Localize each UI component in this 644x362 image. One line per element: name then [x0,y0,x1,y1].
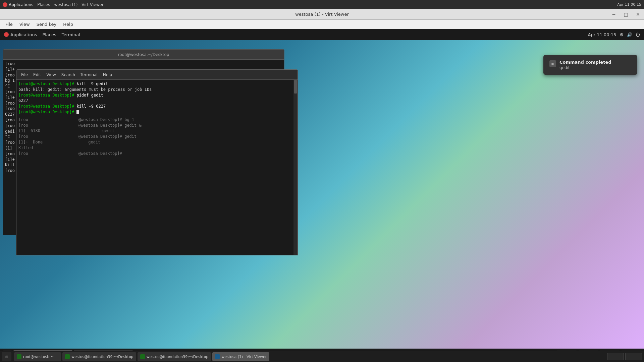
cursor [76,110,79,114]
host-taskbar-label-4: westosa (1) - Virt Viewer [221,355,267,359]
fg-terminal-menubar: File Edit View Search Terminal Help [16,70,298,80]
host-apps-icon[interactable]: ⊞ [2,352,11,361]
term-line-bg6: Killed [18,145,296,151]
maximize-button[interactable]: □ [620,9,632,20]
host-topbar-right: Apr 11 00:15 [617,2,641,7]
menu-view[interactable]: View [17,21,33,28]
vm-places-label[interactable]: Places [42,32,56,37]
vm-gnome-icon [4,32,9,37]
virt-viewer-window: westosa (1) - Virt Viewer ─ □ ✕ File Vie… [0,9,644,362]
host-taskbar-blank-2 [625,353,642,360]
term-line-4: 6227 [18,98,296,104]
terminal-scrollbar[interactable] [293,80,298,255]
host-taskbar-right [607,353,642,360]
term-line-bg4: [roo@westosa Desktop]# gedit [18,134,296,139]
notification-icon: ▣ [549,60,556,67]
fg-terminal-body[interactable]: [root@westosa Desktop]# kill -9 gedit ba… [16,80,298,255]
term-menu-view[interactable]: View [44,72,58,78]
vm-desktop: ▣ Command completed gedit root@westosa:~… [0,40,644,362]
vm-power-icon[interactable]: ⏻ [636,32,640,37]
notification-content: Command completed gedit [559,60,611,70]
host-window-title-text: westosa (1) - Virt Viewer [54,2,103,7]
close-button[interactable]: ✕ [632,9,644,20]
vm-volume-icon[interactable]: 🔊 [627,32,632,37]
window-controls: ─ □ ✕ [608,9,644,19]
bg-terminal-titlebar: root@westosa:~/Desktop [3,50,284,60]
vm-settings-icon[interactable]: ⚙ [620,32,624,37]
host-taskbar-label-2: westos@foundation39:~/Desktop [71,355,133,359]
host-topbar-left: Applications Places westosa (1) - Virt V… [3,2,104,7]
term-line-5: [root@westosa Desktop]# kill -9 6227 [18,104,296,109]
minimize-icon: ─ [612,12,615,17]
term-menu-edit[interactable]: Edit [31,72,43,78]
window-title: westosa (1) - Virt Viewer [295,12,349,17]
vm-display: Applications Places Terminal Apr 11 00:1… [0,29,644,362]
term-menu-terminal[interactable]: Terminal [78,72,100,78]
term-line-2: bash: kill: gedit: arguments must be pro… [18,87,296,93]
term-line-1: [root@westosa Desktop]# kill -9 gedit [18,81,296,87]
window-titlebar: westosa (1) - Virt Viewer ─ □ ✕ [0,9,644,20]
host-taskbar-icon-2 [65,354,70,359]
menu-file[interactable]: File [3,21,15,28]
host-applications-button[interactable]: Applications [3,2,33,7]
host-taskbar-icon-4 [215,354,220,359]
term-menu-file[interactable]: File [19,72,30,78]
term-line-6: [root@westosa Desktop]# [18,109,296,115]
bg-line-1: [roo [5,61,282,67]
vm-apps-label: Applications [10,32,37,37]
menu-help[interactable]: Help [60,21,76,28]
scrollbar-thumb[interactable] [294,80,297,94]
term-line-bg2: [roo@westosa Desktop]# gedit & [18,123,296,128]
host-topbar: Applications Places westosa (1) - Virt V… [0,0,644,9]
vm-applications-button[interactable]: Applications [4,32,37,37]
term-line-bg5: [1]+ Done gedit [18,139,296,145]
host-taskbar-icon-3 [140,354,145,359]
host-taskbar-item-4[interactable]: westosa (1) - Virt Viewer [212,352,269,361]
close-icon: ✕ [636,12,640,17]
host-taskbar-blank-1 [607,353,624,360]
notification-title: Command completed [559,60,611,65]
host-taskbar-icon-1 [17,354,21,359]
window-menubar: File View Send key Help [0,20,644,29]
term-menu-search[interactable]: Search [59,72,77,78]
vm-datetime: Apr 11 00:15 [588,32,616,37]
notification-body: gedit [559,65,611,70]
host-taskbar-item-3[interactable]: westos@foundation39:~/Desktop [138,352,211,361]
vm-terminal-label[interactable]: Terminal [62,32,80,37]
host-places-label[interactable]: Places [37,2,50,7]
notification-popup: ▣ Command completed gedit [543,55,637,75]
gnome-icon [3,2,7,7]
bg-terminal-title: root@westosa:~/Desktop [118,52,169,57]
minimize-button[interactable]: ─ [608,9,620,20]
host-datetime: Apr 11 00:15 [617,2,641,7]
host-apps-label: Applications [9,2,33,7]
vm-topbar: Applications Places Terminal Apr 11 00:1… [0,29,644,40]
maximize-icon: □ [624,12,628,17]
term-menu-help[interactable]: Help [101,72,114,78]
term-line-bg7: [roo@westosa Desktop]# [18,151,296,157]
host-apps-taskbar-icon: ⊞ [5,355,8,359]
terminal-foreground: File Edit View Search Terminal Help [roo… [16,69,298,255]
host-taskbar-item-2[interactable]: westos@foundation39:~/Desktop [62,352,136,361]
host-taskbar-label-3: westos@foundation39:~/Desktop [147,355,209,359]
host-taskbar: ⊞ root@westosb:~ westos@foundation39:~/D… [0,351,644,362]
host-taskbar-item-1[interactable]: root@westosb:~ [14,352,61,361]
host-taskbar-label-1: root@westosb:~ [23,355,54,359]
menu-sendkey[interactable]: Send key [34,21,59,28]
vm-topbar-right: Apr 11 00:15 ⚙ 🔊 ⏻ [588,32,640,37]
term-line-bg1: [roo@westosa Desktop]# bg 1 [18,117,296,123]
term-line-3: [root@westosa Desktop]# pidof gedit [18,93,296,98]
term-line-bg3: [1] 6180 gedit [18,128,296,134]
